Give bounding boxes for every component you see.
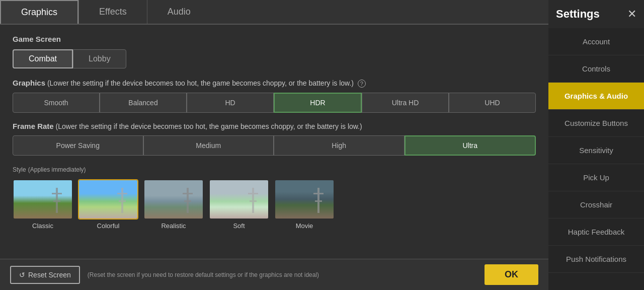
left-panel: Graphics Effects Audio Game Screen Comba… [0,0,548,290]
svg-rect-10 [248,193,258,194]
svg-rect-5 [119,200,126,202]
style-item-realistic[interactable]: Realistic [143,179,204,230]
framerate-hint: (Lower the setting if the device becomes… [56,122,362,130]
style-thumb-movie-inner [275,180,334,219]
svg-rect-11 [250,200,257,202]
framerate-options: Power Saving Medium High Ultra [13,135,536,156]
style-thumb-classic-inner [14,180,72,219]
graphics-section-label: Graphics (Lower the setting if the devic… [13,79,536,88]
reset-label: Reset Screen [28,271,71,279]
tab-audio[interactable]: Audio [147,0,211,24]
style-label-title: Style [13,166,26,173]
style-item-movie[interactable]: Movie [274,179,335,230]
style-name-soft: Soft [233,222,245,230]
style-name-classic: Classic [32,222,53,230]
reset-hint: (Reset the screen if you need to restore… [88,271,477,278]
graphics-hint: (Lower the setting if the device becomes… [47,79,354,87]
graphics-option-uhd[interactable]: UHD [449,93,536,113]
settings-header: Settings ✕ [548,0,644,28]
nav-item-customize[interactable]: Customize Buttons [548,110,644,137]
top-tabs: Graphics Effects Audio [0,0,548,25]
graphics-option-ultrahd[interactable]: Ultra HD [362,93,449,113]
svg-rect-8 [184,200,191,202]
sub-tabs: Combat Lobby [13,49,536,68]
sub-tab-combat[interactable]: Combat [13,49,73,68]
style-grid: Classic Colorful [13,179,536,230]
graphics-option-hd[interactable]: HD [187,93,274,113]
main-content: Game Screen Combat Lobby Graphics (Lower… [0,25,548,259]
style-name-movie: Movie [296,222,313,230]
framerate-option-high[interactable]: High [274,135,405,156]
style-name-colorful: Colorful [97,222,120,230]
style-thumb-colorful-inner [79,180,137,219]
style-thumb-colorful [78,179,138,220]
graphics-options: Smooth Balanced HD HDR Ultra HD UHD [13,93,536,113]
svg-rect-14 [315,200,322,202]
style-thumb-classic [13,179,73,220]
svg-rect-2 [53,200,60,202]
nav-item-pushnotif[interactable]: Push Notifications [548,246,644,273]
nav-item-haptic[interactable]: Haptic Feedback [548,219,644,246]
svg-rect-13 [313,193,324,194]
bottom-bar: ↺ Reset Screen (Reset the screen if you … [0,259,548,290]
nav-item-sensitivity[interactable]: Sensitivity [548,137,644,164]
nav-item-pickup[interactable]: Pick Up [548,164,644,191]
framerate-option-medium[interactable]: Medium [143,135,274,156]
style-thumb-movie [274,179,335,220]
style-section-label: Style (Applies immediately) [13,165,536,173]
graphics-help-icon[interactable]: ? [358,80,366,88]
graphics-option-hdr[interactable]: HDR [274,93,362,113]
graphics-option-balanced[interactable]: Balanced [100,93,187,113]
style-thumb-realistic [143,179,204,220]
tab-effects[interactable]: Effects [79,0,147,24]
nav-items: Account Controls Graphics & Audio Custom… [548,28,644,290]
framerate-section-label: Frame Rate (Lower the setting if the dev… [13,122,536,130]
svg-rect-7 [183,193,193,194]
style-thumb-soft-inner [210,180,268,219]
style-name-realistic: Realistic [161,222,186,230]
framerate-option-ultra[interactable]: Ultra [405,135,536,156]
nav-item-crosshair[interactable]: Crosshair [548,191,644,219]
sub-tab-lobby[interactable]: Lobby [73,49,126,68]
nav-item-account[interactable]: Account [548,28,644,55]
graphics-label-title: Graphics [13,79,45,87]
svg-rect-4 [117,193,127,194]
nav-item-graphics-audio[interactable]: Graphics & Audio [548,83,644,110]
tab-graphics[interactable]: Graphics [0,0,78,24]
style-thumb-realistic-inner [144,180,203,219]
nav-item-controls[interactable]: Controls [548,55,644,83]
framerate-label-title: Frame Rate [13,122,54,130]
settings-title: Settings [556,8,600,21]
graphics-option-smooth[interactable]: Smooth [13,93,100,113]
reset-icon: ↺ [19,271,25,279]
close-button[interactable]: ✕ [627,8,636,21]
framerate-option-powersaving[interactable]: Power Saving [13,135,143,156]
right-panel: Settings ✕ Account Controls Graphics & A… [548,0,644,290]
ok-button[interactable]: OK [485,264,538,285]
style-item-colorful[interactable]: Colorful [78,179,138,230]
game-screen-title: Game Screen [13,35,536,43]
style-hint: (Applies immediately) [28,166,86,173]
svg-rect-1 [52,193,62,194]
reset-screen-button[interactable]: ↺ Reset Screen [10,266,80,284]
style-item-soft[interactable]: Soft [209,179,269,230]
style-thumb-soft [209,179,269,220]
style-item-classic[interactable]: Classic [13,179,73,230]
